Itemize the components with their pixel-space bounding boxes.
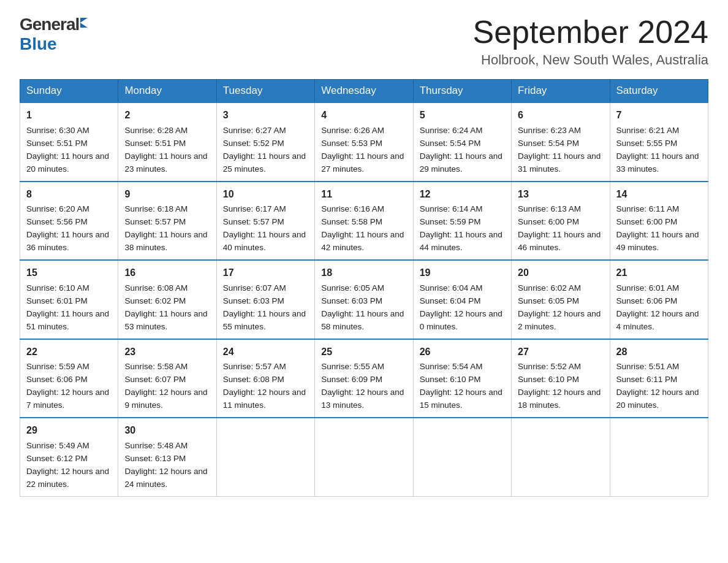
calendar-cell: 7Sunrise: 6:21 AMSunset: 5:55 PMDaylight… [610, 102, 708, 181]
day-header-friday: Friday [512, 80, 610, 103]
calendar-cell: 1Sunrise: 6:30 AMSunset: 5:51 PMDaylight… [20, 102, 118, 181]
day-number: 12 [420, 187, 505, 202]
calendar-cell [315, 418, 413, 496]
day-number: 11 [321, 187, 406, 202]
day-number: 7 [616, 108, 702, 123]
calendar-cell: 22Sunrise: 5:59 AMSunset: 6:06 PMDayligh… [20, 339, 118, 418]
calendar-cell [413, 418, 511, 496]
day-number: 3 [223, 108, 308, 123]
calendar-cell: 10Sunrise: 6:17 AMSunset: 5:57 PMDayligh… [216, 182, 314, 260]
calendar-cell: 5Sunrise: 6:24 AMSunset: 5:54 PMDaylight… [413, 102, 511, 181]
logo-general-text: General [20, 15, 79, 34]
day-number: 30 [124, 423, 210, 439]
calendar-row: 15Sunrise: 6:10 AMSunset: 6:01 PMDayligh… [20, 260, 708, 339]
calendar-cell [216, 418, 314, 496]
calendar-row: 1Sunrise: 6:30 AMSunset: 5:51 PMDaylight… [20, 102, 708, 181]
day-header-tuesday: Tuesday [216, 80, 314, 103]
calendar-cell: 23Sunrise: 5:58 AMSunset: 6:07 PMDayligh… [118, 339, 216, 418]
day-header-sunday: Sunday [20, 80, 118, 103]
day-number: 26 [420, 345, 505, 360]
day-number: 2 [124, 108, 210, 123]
calendar-cell: 8Sunrise: 6:20 AMSunset: 5:56 PMDaylight… [20, 182, 118, 260]
calendar-cell: 29Sunrise: 5:49 AMSunset: 6:12 PMDayligh… [20, 418, 118, 496]
calendar-cell [610, 418, 708, 496]
day-header-monday: Monday [118, 80, 216, 103]
day-number: 1 [26, 108, 112, 123]
location-title: Holbrook, New South Wales, Australia [473, 52, 709, 68]
calendar-cell: 24Sunrise: 5:57 AMSunset: 6:08 PMDayligh… [216, 339, 314, 418]
page-header: General Blue September 2024 Holbrook, Ne… [20, 15, 708, 68]
calendar-table: SundayMondayTuesdayWednesdayThursdayFrid… [20, 79, 708, 496]
day-number: 4 [321, 108, 406, 123]
calendar-cell [512, 418, 610, 496]
calendar-cell: 13Sunrise: 6:13 AMSunset: 6:00 PMDayligh… [512, 182, 610, 260]
calendar-cell: 21Sunrise: 6:01 AMSunset: 6:06 PMDayligh… [610, 260, 708, 339]
calendar-cell: 3Sunrise: 6:27 AMSunset: 5:52 PMDaylight… [216, 102, 314, 181]
calendar-cell: 20Sunrise: 6:02 AMSunset: 6:05 PMDayligh… [512, 260, 610, 339]
calendar-cell: 15Sunrise: 6:10 AMSunset: 6:01 PMDayligh… [20, 260, 118, 339]
day-header-wednesday: Wednesday [315, 80, 413, 103]
calendar-cell: 25Sunrise: 5:55 AMSunset: 6:09 PMDayligh… [315, 339, 413, 418]
calendar-cell: 12Sunrise: 6:14 AMSunset: 5:59 PMDayligh… [413, 182, 511, 260]
calendar-row: 22Sunrise: 5:59 AMSunset: 6:06 PMDayligh… [20, 339, 708, 418]
logo: General Blue [20, 15, 88, 54]
day-number: 16 [124, 266, 210, 281]
day-number: 6 [518, 108, 603, 123]
day-number: 21 [616, 266, 702, 281]
day-number: 8 [26, 187, 112, 202]
calendar-cell: 16Sunrise: 6:08 AMSunset: 6:02 PMDayligh… [118, 260, 216, 339]
day-number: 28 [616, 345, 702, 360]
day-number: 29 [26, 423, 112, 439]
logo-blue-text: Blue [20, 34, 57, 54]
calendar-cell: 28Sunrise: 5:51 AMSunset: 6:11 PMDayligh… [610, 339, 708, 418]
day-number: 9 [124, 187, 210, 202]
calendar-cell: 14Sunrise: 6:11 AMSunset: 6:00 PMDayligh… [610, 182, 708, 260]
day-number: 20 [518, 266, 603, 281]
logo-flag-icon [80, 18, 88, 28]
calendar-cell: 30Sunrise: 5:48 AMSunset: 6:13 PMDayligh… [118, 418, 216, 496]
calendar-cell: 6Sunrise: 6:23 AMSunset: 5:54 PMDaylight… [512, 102, 610, 181]
day-number: 13 [518, 187, 603, 202]
calendar-cell: 9Sunrise: 6:18 AMSunset: 5:57 PMDaylight… [118, 182, 216, 260]
calendar-cell: 19Sunrise: 6:04 AMSunset: 6:04 PMDayligh… [413, 260, 511, 339]
month-title: September 2024 [473, 15, 709, 50]
day-number: 17 [223, 266, 308, 281]
day-number: 15 [26, 266, 112, 281]
day-header-saturday: Saturday [610, 80, 708, 103]
day-header-thursday: Thursday [413, 80, 511, 103]
calendar-cell: 2Sunrise: 6:28 AMSunset: 5:51 PMDaylight… [118, 102, 216, 181]
calendar-row: 8Sunrise: 6:20 AMSunset: 5:56 PMDaylight… [20, 182, 708, 260]
day-number: 5 [420, 108, 505, 123]
day-number: 24 [223, 345, 308, 360]
day-number: 19 [420, 266, 505, 281]
day-number: 27 [518, 345, 603, 360]
calendar-cell: 11Sunrise: 6:16 AMSunset: 5:58 PMDayligh… [315, 182, 413, 260]
day-number: 14 [616, 187, 702, 202]
day-number: 23 [124, 345, 210, 360]
calendar-cell: 18Sunrise: 6:05 AMSunset: 6:03 PMDayligh… [315, 260, 413, 339]
calendar-cell: 17Sunrise: 6:07 AMSunset: 6:03 PMDayligh… [216, 260, 314, 339]
day-number: 10 [223, 187, 308, 202]
title-area: September 2024 Holbrook, New South Wales… [473, 15, 709, 68]
day-number: 18 [321, 266, 406, 281]
calendar-row: 29Sunrise: 5:49 AMSunset: 6:12 PMDayligh… [20, 418, 708, 496]
calendar-cell: 4Sunrise: 6:26 AMSunset: 5:53 PMDaylight… [315, 102, 413, 181]
day-number: 22 [26, 345, 112, 360]
day-number: 25 [321, 345, 406, 360]
calendar-cell: 26Sunrise: 5:54 AMSunset: 6:10 PMDayligh… [413, 339, 511, 418]
calendar-cell: 27Sunrise: 5:52 AMSunset: 6:10 PMDayligh… [512, 339, 610, 418]
